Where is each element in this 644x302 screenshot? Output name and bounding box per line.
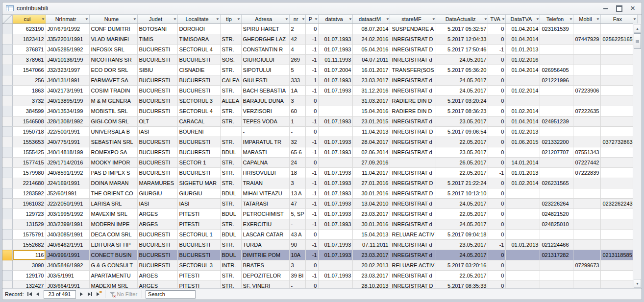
cell-tva[interactable]: 0: [488, 55, 506, 65]
cell-staremf[interactable]: RELUARE ACTIV: [390, 230, 436, 240]
row-selector[interactable]: [2, 188, 12, 199]
cell-nr[interactable]: -: [289, 281, 306, 289]
cell-staremf[interactable]: TRANSFER(SOS: [390, 65, 436, 75]
row-selector[interactable]: [2, 106, 12, 116]
cell-judet[interactable]: BUCURESTI: [137, 230, 177, 240]
cell-dataactm[interactable]: 15.04.2016: [353, 106, 390, 116]
cell-datatva[interactable]: 01.07.1993: [319, 168, 353, 178]
cell-staremf[interactable]: INREGISTRAT D: [390, 127, 436, 137]
cell-localitate[interactable]: BUCURESTI: [177, 137, 220, 147]
cell-telefon[interactable]: 021207707: [540, 147, 573, 158]
cell-nrinmatr[interactable]: J03/664/1991: [46, 281, 89, 289]
cell-staremf[interactable]: [390, 158, 436, 168]
cell-nrinmatr[interactable]: J40/6462/1991: [46, 240, 89, 250]
cell-nr[interactable]: 32: [289, 137, 306, 147]
cell-tip[interactable]: STR.: [220, 168, 241, 178]
cell-cui[interactable]: 1950718: [12, 127, 46, 137]
column-header-tip[interactable]: tip▼: [220, 15, 241, 24]
cell-tva[interactable]: 0: [488, 116, 506, 127]
cell-nume[interactable]: CONECT BUSIN: [89, 250, 137, 260]
chevron-down-icon[interactable]: ▼: [284, 18, 288, 21]
cell-datatva[interactable]: [319, 24, 353, 34]
cell-staremf[interactable]: INREGISTRAT d: [390, 271, 436, 281]
cell-mobil[interactable]: [573, 127, 601, 137]
row-selector[interactable]: [2, 240, 12, 250]
cell-telefon[interactable]: [540, 34, 573, 45]
cell-adresa[interactable]: EXERCITIU: [241, 219, 289, 230]
cell-judet[interactable]: BUCURESTI: [137, 75, 177, 86]
cell-adresa[interactable]: HRISOVULUI: [241, 168, 289, 178]
cell-tip[interactable]: STR.: [220, 271, 241, 281]
cell-tva[interactable]: 0: [488, 178, 506, 188]
cell-staremf[interactable]: INREGISTRAT D: [390, 188, 436, 199]
cell-nrinmatr[interactable]: J29/1714/2016: [46, 158, 89, 168]
cell-judet[interactable]: BUCURESTI: [137, 137, 177, 147]
cell-dataactualizare[interactable]: 23.05.2017: [436, 240, 488, 250]
cell-datatva[interactable]: 01.07.1993: [319, 34, 353, 45]
cell-telefon[interactable]: 026231565: [540, 178, 573, 188]
cell-tip[interactable]: [220, 24, 241, 34]
cell-judet[interactable]: BUCURESTI: [137, 45, 177, 55]
cell-telefon[interactable]: 023161539: [540, 24, 573, 34]
cell-judet[interactable]: BOTOSANI: [137, 24, 177, 34]
cell-nume[interactable]: DOINA MARAN: [89, 178, 137, 188]
cell-judet[interactable]: ARGES: [137, 219, 177, 230]
cell-tva[interactable]: 0: [488, 65, 506, 75]
cell-p[interactable]: -1: [306, 199, 319, 209]
cell-cui[interactable]: 384599: [12, 106, 46, 116]
cell-cui[interactable]: 1552682: [12, 240, 46, 250]
row-selector[interactable]: [2, 209, 12, 219]
cell-datatva[interactable]: 01.07.1993: [319, 45, 353, 55]
column-header-nr[interactable]: nr▼: [289, 15, 306, 24]
cell-staremf[interactable]: INREGISTRAT d: [390, 137, 436, 147]
cell-dataactualizare[interactable]: 23.05.2017: [436, 116, 488, 127]
column-header-tva[interactable]: TVA▼: [488, 15, 506, 24]
row-selector[interactable]: [2, 230, 12, 240]
cell-p[interactable]: -1: [306, 271, 319, 281]
cell-nrinmatr[interactable]: J40/2173/1991: [46, 86, 89, 96]
cell-adresa[interactable]: IMPARATUL TR: [241, 137, 289, 147]
cell-fax[interactable]: [601, 168, 638, 178]
cell-cui[interactable]: 129723: [12, 209, 46, 219]
cell-dataactm[interactable]: 23.01.2015: [353, 116, 390, 127]
cell-judet[interactable]: OLT: [137, 116, 177, 127]
last-record-icon[interactable]: [86, 290, 94, 298]
cell-dataactm[interactable]: 28.10.2013: [353, 281, 390, 289]
cell-nrinmatr[interactable]: J28/1308/1992: [46, 116, 89, 127]
cell-tva[interactable]: 0: [488, 75, 506, 86]
cell-p[interactable]: 0: [306, 230, 319, 240]
chevron-down-icon[interactable]: ▼: [483, 18, 487, 21]
cell-fax[interactable]: [601, 219, 638, 230]
chevron-down-icon[interactable]: ▼: [385, 18, 389, 21]
chevron-down-icon[interactable]: ▼: [596, 18, 600, 21]
cell-nrinmatr[interactable]: J22/2050/1991: [46, 199, 89, 209]
cell-telefon[interactable]: [540, 281, 573, 289]
cell-judet[interactable]: GIURGIU: [137, 188, 177, 199]
cell-p[interactable]: 0: [306, 106, 319, 116]
row-selector[interactable]: [2, 137, 12, 147]
cell-p[interactable]: -1: [306, 55, 319, 65]
cell-datatva2[interactable]: [506, 96, 540, 106]
cell-dataactm[interactable]: 24.02.2016: [353, 34, 390, 45]
cell-nr[interactable]: 39 BI: [289, 271, 306, 281]
cell-dataactm[interactable]: 23.03.2017: [353, 271, 390, 281]
cell-localitate[interactable]: PITESTI: [177, 209, 220, 219]
cell-datatva[interactable]: 01.07.2004: [319, 65, 353, 75]
cell-tip[interactable]: BDUL: [220, 188, 241, 199]
cell-staremf[interactable]: RADIERE DIN D: [390, 106, 436, 116]
cell-telefon[interactable]: 026956405: [540, 65, 573, 75]
cell-tip[interactable]: [220, 127, 241, 137]
cell-nrinmatr[interactable]: J40/5846/1992: [46, 260, 89, 271]
cell-adresa[interactable]: SF. VINERI: [241, 281, 289, 289]
cell-mobil[interactable]: 07223906: [573, 86, 601, 96]
cell-localitate[interactable]: SECTORUL 4: [177, 106, 220, 116]
cell-mobil[interactable]: [573, 209, 601, 219]
cell-telefon[interactable]: [540, 96, 573, 106]
cell-dataactualizare[interactable]: 5.2017 03:20:16: [436, 260, 488, 271]
cell-tva[interactable]: 0: [488, 250, 506, 260]
cell-nrinmatr[interactable]: J07/679/1992: [46, 24, 89, 34]
row-selector[interactable]: [2, 219, 12, 230]
cell-datatva[interactable]: 01.07.1993: [319, 188, 353, 199]
cell-tva[interactable]: 0: [488, 188, 506, 199]
cell-nrinmatr[interactable]: J40/775/1991: [46, 137, 89, 147]
